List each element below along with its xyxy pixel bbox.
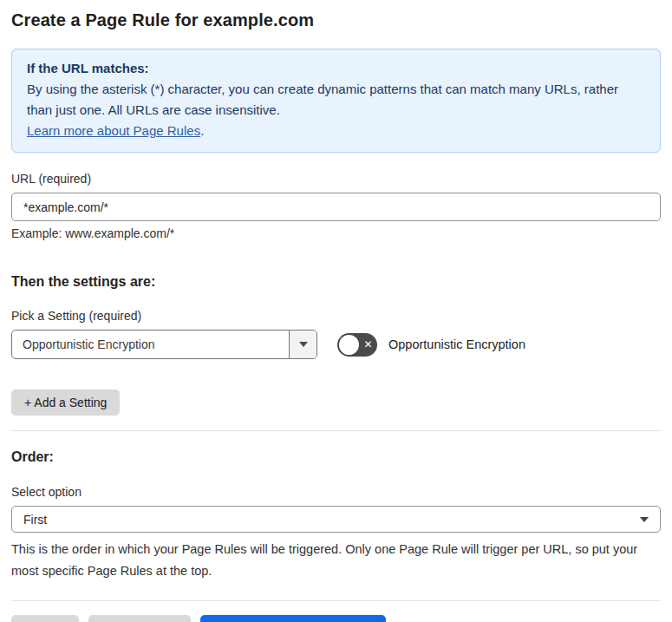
opportunistic-encryption-toggle[interactable]: ✕ [337, 333, 377, 357]
info-box-heading: If the URL matches: [27, 58, 645, 79]
order-helper: This is the order in which your Page Rul… [11, 539, 661, 582]
link-period: . [200, 123, 204, 138]
order-heading: Order: [11, 449, 661, 465]
order-select-label: Select option [11, 485, 661, 499]
learn-more-link[interactable]: Learn more about Page Rules [27, 123, 200, 138]
chevron-down-icon [640, 517, 649, 522]
section-divider [11, 430, 661, 431]
toggle-label: Opportunistic Encryption [388, 337, 525, 351]
setting-picker[interactable]: Opportunistic Encryption [11, 330, 317, 359]
caret-down-icon [299, 342, 308, 347]
setting-picker-value: Opportunistic Encryption [12, 331, 289, 358]
setting-picker-dropdown-button[interactable] [289, 331, 316, 358]
url-helper: Example: www.example.com/* [11, 226, 661, 240]
add-setting-button[interactable]: + Add a Setting [11, 390, 120, 416]
url-input[interactable] [11, 193, 661, 221]
setting-picker-row: Opportunistic Encryption ✕ Opportunistic… [11, 330, 661, 359]
page-rule-form: Create a Page Rule for example.com If th… [0, 10, 672, 622]
footer-divider [11, 600, 661, 601]
info-box-body: By using the asterisk (*) character, you… [27, 79, 645, 121]
url-label: URL (required) [11, 172, 661, 186]
toggle-off-x-icon: ✕ [359, 333, 377, 357]
cancel-button[interactable]: Cancel [11, 615, 79, 622]
info-box-link-line: Learn more about Page Rules. [27, 121, 645, 141]
footer-actions: Cancel Save as Draft Save and Deploy Pag… [11, 615, 661, 622]
settings-heading: Then the settings are: [11, 274, 661, 290]
order-select-value: First [23, 513, 640, 527]
url-match-info-box: If the URL matches: By using the asteris… [11, 49, 661, 153]
page-title: Create a Page Rule for example.com [11, 10, 661, 30]
setting-picker-label: Pick a Setting (required) [11, 309, 661, 323]
toggle-knob [339, 335, 359, 355]
order-select[interactable]: First [11, 506, 661, 533]
save-draft-button[interactable]: Save as Draft [88, 615, 192, 622]
save-deploy-button[interactable]: Save and Deploy Page Rule [200, 615, 386, 622]
